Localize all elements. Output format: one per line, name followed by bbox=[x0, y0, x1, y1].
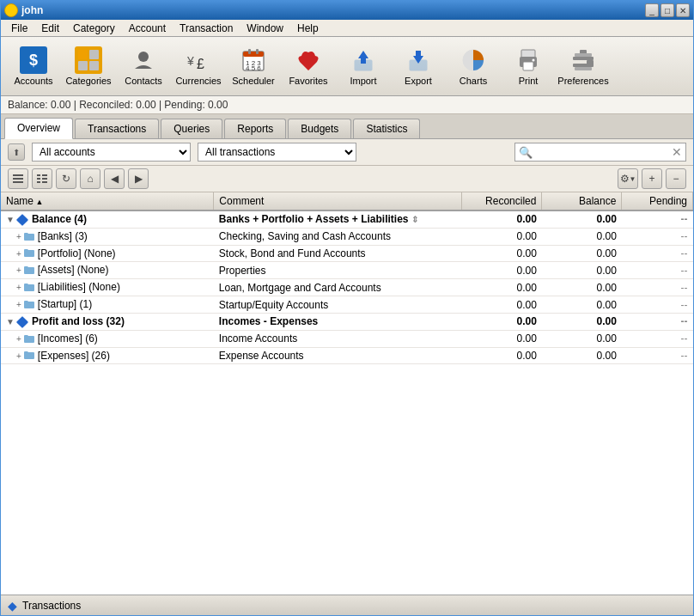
folder-icon bbox=[23, 231, 35, 243]
add-account-button[interactable]: + bbox=[642, 168, 662, 189]
print-label: Print bbox=[519, 76, 539, 86]
categories-button[interactable]: Categories bbox=[63, 40, 114, 92]
cell-reconciled: 0.00 bbox=[462, 262, 542, 279]
transaction-filter[interactable]: All transactions bbox=[198, 143, 356, 162]
svg-rect-35 bbox=[37, 181, 40, 183]
svg-rect-1 bbox=[89, 50, 99, 59]
categories-icon bbox=[75, 46, 102, 74]
collapse-button[interactable]: ⬆ bbox=[8, 143, 25, 161]
tab-statistics[interactable]: Statistics bbox=[353, 119, 420, 138]
folder-icon bbox=[23, 247, 35, 259]
detail-view-button[interactable] bbox=[32, 168, 52, 189]
list-view-button[interactable] bbox=[8, 168, 28, 189]
svg-rect-10 bbox=[256, 49, 259, 54]
tree-toggle[interactable]: + bbox=[16, 351, 21, 361]
tabbar: Overview Transactions Queries Reports Bu… bbox=[1, 114, 693, 139]
cell-balance: 0.00 bbox=[542, 313, 622, 330]
search-input[interactable] bbox=[535, 146, 672, 158]
print-button[interactable]: Print bbox=[502, 40, 554, 92]
svg-text:4 5 6: 4 5 6 bbox=[246, 64, 261, 72]
favorites-button[interactable]: Favorites bbox=[283, 40, 334, 92]
search-clear-button[interactable]: ✕ bbox=[672, 145, 682, 159]
table-row[interactable]: + [Portfolio] (None)Stock, Bond and Fund… bbox=[1, 245, 693, 262]
remove-account-button[interactable]: − bbox=[666, 168, 686, 189]
minimize-button[interactable]: _ bbox=[645, 3, 659, 17]
menu-account[interactable]: Account bbox=[122, 21, 173, 36]
cell-balance: 0.00 bbox=[542, 347, 622, 364]
row-name-text: [Startup] (1) bbox=[38, 298, 92, 310]
svg-rect-36 bbox=[42, 181, 47, 183]
cell-pending: -- bbox=[622, 330, 693, 347]
tab-reports[interactable]: Reports bbox=[224, 119, 286, 138]
svg-rect-0 bbox=[78, 50, 88, 59]
currencies-button[interactable]: ¥ £ Currencies bbox=[173, 40, 224, 92]
content-area: ⬆ All accounts All transactions 🔍 ✕ bbox=[1, 139, 693, 595]
close-button[interactable]: ✕ bbox=[676, 3, 690, 17]
menu-category[interactable]: Category bbox=[66, 21, 122, 36]
cell-name: + [Portfolio] (None) bbox=[1, 245, 214, 262]
tab-queries[interactable]: Queries bbox=[161, 119, 222, 138]
tree-toggle[interactable]: ▼ bbox=[6, 215, 15, 224]
preferences-button[interactable]: Preferences bbox=[557, 40, 609, 92]
titlebar-title: john bbox=[21, 4, 43, 16]
menu-transaction[interactable]: Transaction bbox=[173, 21, 240, 36]
cell-comment: Incomes - Expenses bbox=[214, 313, 462, 330]
cell-balance: 0.00 bbox=[542, 330, 622, 347]
tab-budgets[interactable]: Budgets bbox=[288, 119, 351, 138]
svg-rect-37 bbox=[16, 214, 28, 226]
cell-pending: -- bbox=[622, 228, 693, 245]
table-row[interactable]: + [Incomes] (6)Income Accounts0.000.00-- bbox=[1, 330, 693, 347]
cell-comment: Startup/Equity Accounts bbox=[214, 296, 462, 314]
table-row[interactable]: + [Assets] (None)Properties0.000.00-- bbox=[1, 262, 693, 279]
tab-transactions[interactable]: Transactions bbox=[75, 119, 159, 138]
account-filter[interactable]: All accounts bbox=[32, 143, 191, 162]
contacts-button[interactable]: Contacts bbox=[118, 40, 169, 92]
refresh-button[interactable]: ↻ bbox=[56, 168, 76, 189]
tree-toggle[interactable]: + bbox=[16, 232, 21, 241]
folder-icon bbox=[23, 350, 35, 362]
table-row[interactable]: ▼ Profit and loss (32)Incomes - Expenses… bbox=[1, 313, 693, 330]
tree-toggle[interactable]: + bbox=[16, 249, 21, 259]
col-reconciled[interactable]: Reconciled bbox=[462, 192, 542, 210]
import-button[interactable]: Import bbox=[338, 40, 389, 92]
export-button[interactable]: Export bbox=[393, 40, 444, 92]
back-button[interactable]: ◀ bbox=[104, 168, 125, 189]
maximize-button[interactable]: □ bbox=[661, 3, 674, 17]
table-row[interactable]: + [Startup] (1)Startup/Equity Accounts0.… bbox=[1, 296, 693, 314]
cell-name: + [Incomes] (6) bbox=[1, 330, 214, 347]
table-row[interactable]: ▼ Balance (4)Banks + Portfolio + Assets … bbox=[1, 210, 693, 228]
menu-edit[interactable]: Edit bbox=[34, 21, 66, 36]
tab-overview[interactable]: Overview bbox=[4, 118, 73, 139]
accounts-button[interactable]: $ Accounts bbox=[8, 40, 59, 92]
col-pending[interactable]: Pending bbox=[622, 192, 693, 210]
table-row[interactable]: + [Banks] (3)Checking, Saving and Cash A… bbox=[1, 228, 693, 245]
cell-pending: -- bbox=[622, 210, 693, 228]
col-comment[interactable]: Comment bbox=[214, 192, 462, 210]
titlebar-left: john bbox=[4, 3, 43, 17]
tree-toggle[interactable]: + bbox=[16, 283, 21, 292]
cell-reconciled: 0.00 bbox=[462, 313, 542, 330]
settings-button[interactable]: ⚙▼ bbox=[618, 168, 638, 189]
tree-toggle[interactable]: + bbox=[16, 300, 21, 309]
cell-comment: Stock, Bond and Fund Accounts bbox=[214, 245, 462, 262]
menu-file[interactable]: File bbox=[4, 21, 34, 36]
menu-help[interactable]: Help bbox=[290, 21, 326, 36]
accounts-icon: $ bbox=[20, 46, 47, 74]
cell-balance: 0.00 bbox=[542, 228, 622, 245]
forward-button[interactable]: ▶ bbox=[128, 168, 149, 189]
table-row[interactable]: + [Expenses] (26)Expense Accounts0.000.0… bbox=[1, 347, 693, 364]
tree-toggle[interactable]: + bbox=[16, 334, 21, 344]
col-balance[interactable]: Balance bbox=[542, 192, 622, 210]
table-row[interactable]: + [Liabilities] (None)Loan, Mortgage and… bbox=[1, 279, 693, 296]
scheduler-icon: 1 2 3 4 5 6 bbox=[240, 46, 267, 74]
cell-name: + [Expenses] (26) bbox=[1, 347, 214, 364]
menu-window[interactable]: Window bbox=[240, 21, 290, 36]
col-name[interactable]: Name bbox=[1, 192, 214, 210]
charts-button[interactable]: Charts bbox=[447, 40, 499, 92]
contacts-icon bbox=[130, 46, 157, 74]
tree-toggle[interactable]: + bbox=[16, 265, 21, 275]
tree-toggle[interactable]: ▼ bbox=[6, 317, 15, 326]
export-label: Export bbox=[405, 76, 432, 86]
scheduler-button[interactable]: 1 2 3 4 5 6 Scheduler bbox=[228, 40, 279, 92]
home-button[interactable]: ⌂ bbox=[80, 168, 100, 189]
